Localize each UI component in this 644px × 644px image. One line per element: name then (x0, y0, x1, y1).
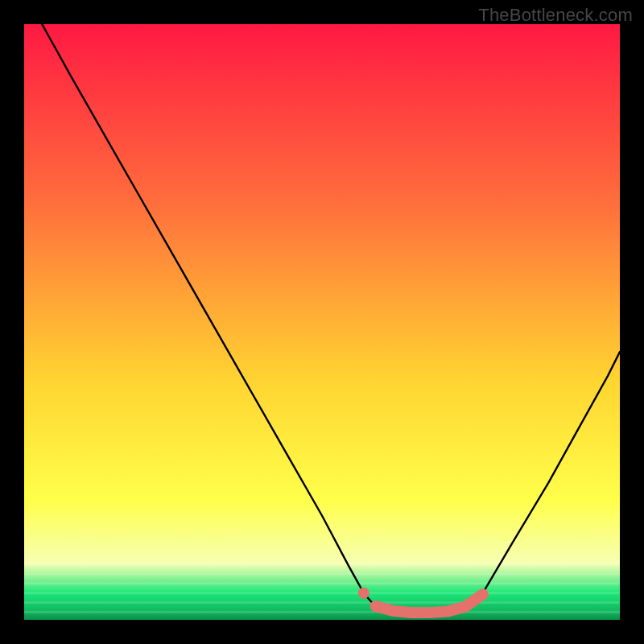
band-stripe (24, 611, 620, 613)
band-stripe (24, 573, 620, 576)
band-stripe (24, 564, 620, 566)
watermark-label: TheBottleneck.com (478, 5, 633, 26)
gradient-background (24, 24, 620, 620)
optimal-start-dot (358, 588, 369, 599)
bottleneck-curve-chart (24, 24, 620, 620)
plot-area (24, 24, 620, 620)
band-stripe (24, 582, 620, 584)
band-stripe (24, 601, 620, 604)
band-stripe (24, 592, 620, 594)
chart-frame: TheBottleneck.com (0, 0, 644, 644)
